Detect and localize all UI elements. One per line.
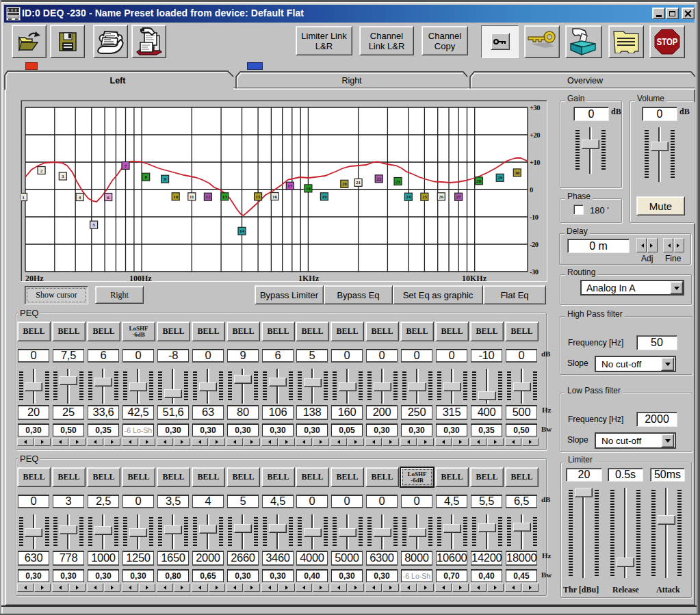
svg-text:16: 16: [272, 194, 278, 200]
svg-text:6: 6: [107, 195, 109, 200]
svg-text:18: 18: [306, 186, 311, 192]
svg-text:20: 20: [342, 181, 348, 187]
svg-text:30: 30: [515, 170, 520, 176]
svg-text:24: 24: [406, 194, 411, 200]
svg-text:21: 21: [356, 180, 361, 185]
svg-text:4: 4: [79, 195, 81, 200]
svg-text:Left: Left: [110, 76, 127, 86]
svg-text:Right: Right: [341, 76, 362, 86]
svg-text:8: 8: [144, 174, 147, 180]
svg-text:22: 22: [376, 176, 382, 182]
svg-text:29: 29: [497, 175, 503, 181]
svg-text:17: 17: [287, 183, 293, 189]
svg-text:19: 19: [322, 194, 327, 200]
svg-text:3: 3: [62, 174, 64, 179]
svg-text:25: 25: [422, 194, 428, 200]
svg-text:28: 28: [476, 179, 482, 184]
svg-text:26: 26: [439, 194, 444, 200]
svg-text:23: 23: [396, 179, 401, 185]
svg-text:5: 5: [92, 222, 95, 228]
svg-text:11: 11: [190, 194, 194, 200]
svg-text:13: 13: [222, 194, 228, 200]
svg-text:1: 1: [22, 195, 25, 200]
svg-text:Overview: Overview: [567, 76, 604, 86]
svg-text:STOP: STOP: [657, 36, 678, 48]
svg-text:7: 7: [125, 163, 127, 169]
svg-text:12: 12: [205, 194, 211, 200]
svg-text:2: 2: [40, 168, 43, 174]
svg-text:15: 15: [256, 194, 261, 200]
svg-text:10: 10: [173, 194, 179, 200]
svg-text:9: 9: [164, 176, 166, 182]
svg-text:14: 14: [239, 228, 245, 234]
svg-text:27: 27: [456, 194, 462, 200]
